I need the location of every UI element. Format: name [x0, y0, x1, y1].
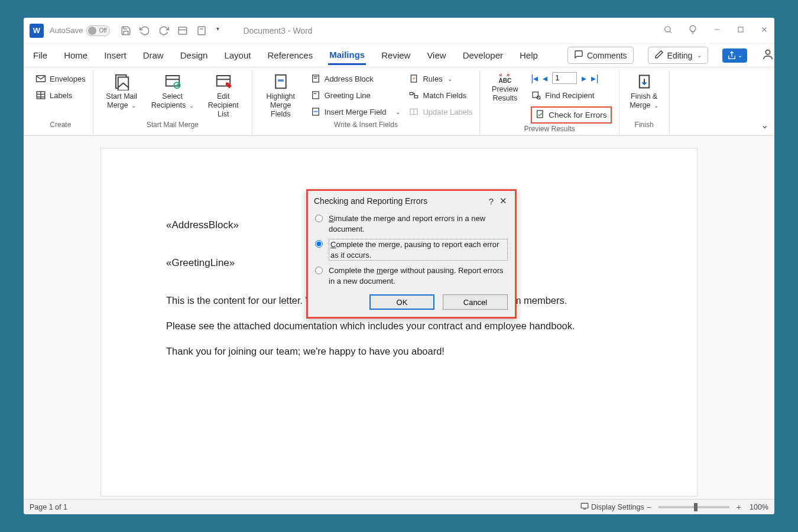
finish-merge-icon	[635, 72, 654, 91]
mail-merge-icon	[112, 72, 131, 91]
zoom-thumb[interactable]	[694, 503, 698, 511]
tab-mailings[interactable]: Mailings	[328, 46, 366, 65]
insert-merge-field-button[interactable]: Insert Merge Field ⌄	[310, 105, 401, 118]
save-icon[interactable]	[121, 25, 131, 36]
svg-rect-41	[537, 111, 543, 118]
labels-label: Labels	[50, 91, 72, 100]
update-labels-button: Update Labels	[408, 105, 472, 118]
radio-option-complete-nopause[interactable]: Complete the merge without pausing. Repo…	[308, 263, 515, 288]
zoom-in-button[interactable]: +	[734, 502, 744, 512]
svg-line-5	[670, 31, 672, 33]
envelopes-button[interactable]: Envelopes	[35, 72, 86, 85]
find-recipient-button[interactable]: Find Recipient	[531, 89, 611, 102]
group-create: Envelopes Labels Create	[28, 70, 93, 135]
share-button[interactable]: ⌄	[722, 48, 747, 63]
preview-results-button[interactable]: « » ABC Preview Results	[487, 72, 523, 103]
tab-help[interactable]: Help	[518, 47, 539, 64]
dialog-titlebar: Checking and Reporting Errors ? ✕	[308, 191, 515, 211]
radio-complete-nopause[interactable]	[315, 267, 323, 274]
preview-abc-icon: « » ABC	[498, 72, 511, 84]
close-icon[interactable]	[760, 25, 768, 36]
svg-rect-0	[179, 27, 187, 34]
radio-simulate[interactable]	[315, 215, 323, 222]
titlebar-right	[663, 25, 768, 37]
ribbon-tabs: File Home Insert Draw Design Layout Refe…	[24, 44, 774, 67]
radio-option-complete-pause[interactable]: Complete the merge, pausing to report ea…	[308, 236, 515, 263]
next-record-icon[interactable]: ▸	[582, 73, 586, 84]
record-number-input[interactable]	[552, 72, 577, 84]
tab-view[interactable]: View	[426, 47, 447, 64]
dialog-help-icon[interactable]: ?	[485, 196, 497, 206]
check-for-errors-button[interactable]: Check for Errors	[531, 106, 611, 124]
account-icon[interactable]	[761, 48, 774, 63]
highlight-merge-fields-button[interactable]: Highlight Merge Fields	[259, 72, 302, 119]
zoom-slider[interactable]	[658, 506, 729, 508]
document-title: Document3 - Word	[243, 26, 312, 35]
cancel-button[interactable]: Cancel	[443, 294, 508, 310]
radio-option-simulate[interactable]: Simulate the merge and report errors in …	[308, 211, 515, 236]
body-paragraph-3[interactable]: Thank you for joining our team; we're ha…	[166, 346, 632, 357]
prev-record-icon[interactable]: ◂	[543, 73, 547, 84]
edit-recipient-list-button[interactable]: Edit Recipient List	[202, 72, 245, 119]
tab-references[interactable]: References	[266, 47, 314, 64]
check-errors-icon	[536, 109, 545, 121]
qat-customize-icon[interactable]: ▾	[216, 25, 219, 36]
display-settings-icon[interactable]	[580, 502, 589, 512]
svg-point-4	[665, 26, 670, 31]
search-icon[interactable]	[663, 25, 673, 37]
chevron-down-icon: ⌄	[738, 52, 742, 59]
dialog-close-icon[interactable]: ✕	[497, 196, 509, 206]
labels-button[interactable]: Labels	[35, 89, 86, 102]
autosave-label: AutoSave	[50, 26, 83, 35]
match-fields-button[interactable]: Match Fields	[408, 89, 472, 102]
maximize-icon[interactable]	[737, 25, 745, 36]
tab-file[interactable]: File	[32, 47, 48, 64]
tab-insert[interactable]: Insert	[103, 47, 128, 64]
tab-developer[interactable]: Developer	[462, 47, 504, 64]
rules-icon	[408, 73, 419, 84]
toggle-switch[interactable]: Off	[86, 25, 110, 36]
zoom-out-button[interactable]: −	[644, 502, 654, 512]
svg-rect-32	[313, 111, 317, 112]
ok-button[interactable]: OK	[369, 294, 434, 310]
radio-complete-pause[interactable]	[315, 240, 323, 248]
lightbulb-icon[interactable]	[688, 25, 698, 37]
editing-label: Editing	[667, 51, 693, 60]
tab-design[interactable]: Design	[179, 47, 209, 64]
display-settings-label[interactable]: Display Settings	[591, 503, 644, 511]
body-paragraph-2[interactable]: Please see the attached documentation wh…	[166, 320, 632, 332]
greeting-line-icon	[310, 90, 321, 100]
tab-draw[interactable]: Draw	[142, 47, 165, 64]
undo-icon[interactable]	[140, 25, 150, 36]
last-record-icon[interactable]: ▸|	[591, 73, 598, 84]
ribbon-mailings: Envelopes Labels Create Start Mail Merge…	[24, 67, 774, 136]
toggle-knob	[88, 27, 96, 35]
rules-button[interactable]: Rules⌄	[408, 72, 472, 85]
greeting-line-button[interactable]: Greeting Line	[310, 89, 401, 102]
autosave-toggle[interactable]: AutoSave Off	[50, 25, 110, 36]
minimize-icon[interactable]	[713, 25, 721, 36]
find-recipient-icon	[531, 90, 541, 100]
tab-review[interactable]: Review	[380, 47, 411, 64]
comments-button[interactable]: Comments	[567, 47, 634, 64]
editing-mode-button[interactable]: Editing ⌄	[648, 47, 709, 64]
tab-layout[interactable]: Layout	[223, 47, 252, 64]
edit-list-icon	[214, 72, 233, 91]
record-navigation: |◂ ◂ ▸ ▸|	[531, 72, 611, 84]
qat-item-icon[interactable]	[196, 25, 207, 36]
svg-line-40	[540, 99, 540, 99]
finish-merge-button[interactable]: Finish & Merge ⌄	[627, 72, 662, 110]
address-block-button[interactable]: Address Block	[310, 72, 401, 85]
start-mail-merge-button[interactable]: Start Mail Merge ⌄	[100, 72, 143, 110]
envelope-icon	[35, 73, 46, 84]
zoom-level[interactable]: 100%	[750, 503, 768, 511]
collapse-ribbon-icon[interactable]: ⌄	[761, 119, 768, 131]
qat-item-icon[interactable]	[177, 25, 188, 36]
select-recipients-button[interactable]: Select Recipients ⌄	[151, 72, 194, 110]
toggle-state: Off	[99, 27, 106, 34]
repeat-icon[interactable]	[158, 25, 169, 36]
page-indicator[interactable]: Page 1 of 1	[30, 503, 67, 511]
tab-home[interactable]: Home	[63, 47, 89, 64]
address-block-icon	[310, 73, 321, 84]
first-record-icon[interactable]: |◂	[531, 73, 538, 84]
